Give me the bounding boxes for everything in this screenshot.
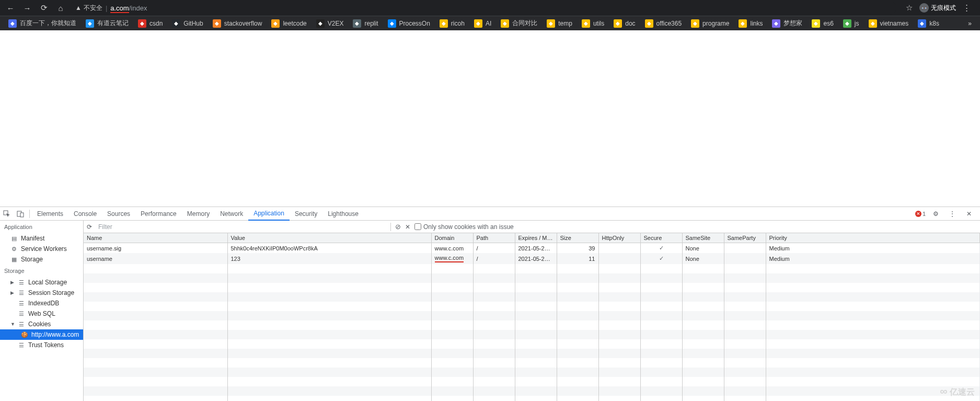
column-header[interactable]: Domain (431, 233, 473, 243)
cookie-origin[interactable]: 🍪http://www.a.com (0, 329, 83, 340)
device-icon[interactable] (14, 207, 27, 221)
bookmark-item[interactable]: ◆百度一下，你就知道 (4, 17, 80, 30)
error-count[interactable]: ✕ 1 (915, 211, 926, 217)
security-indicator[interactable]: ▲ 不安全 (75, 4, 102, 13)
bookmark-item[interactable]: ◆es6 (808, 17, 837, 30)
sidebar-item-storage[interactable]: ▦Storage (0, 254, 83, 265)
column-header[interactable]: Secure (640, 233, 682, 243)
home-button[interactable]: ⌂ (53, 1, 68, 15)
bookmark-item[interactable]: ◆k8s (914, 17, 943, 30)
column-header[interactable]: Expires / Max-... (515, 233, 557, 243)
empty-row (84, 320, 980, 330)
devtools-menu-icon[interactable]: ⋮ (946, 207, 959, 221)
bookmark-item[interactable]: ◆有道云笔记 (82, 17, 133, 30)
reload-button[interactable]: ⟳ (37, 1, 51, 15)
close-devtools-icon[interactable]: ✕ (962, 207, 976, 221)
devtools-tab-sources[interactable]: Sources (102, 207, 135, 221)
star-icon[interactable]: ☆ (902, 1, 916, 15)
bookmark-label: links (750, 20, 763, 27)
storage-icon: ☰ (18, 279, 25, 286)
column-header[interactable]: Size (557, 233, 598, 243)
devtools-tab-performance[interactable]: Performance (135, 207, 182, 221)
bookmark-label: temp (558, 20, 572, 27)
bookmark-item[interactable]: ◆doc (609, 17, 639, 30)
sidebar-item-icon: ▦ (10, 256, 18, 263)
bookmark-item[interactable]: ◆AI (470, 17, 495, 30)
bookmark-item[interactable]: ◆programe (687, 17, 733, 30)
storage-icon: ☰ (18, 300, 25, 307)
bookmark-item[interactable]: ◆js (839, 17, 863, 30)
forward-button[interactable]: → (20, 1, 34, 15)
bookmark-item[interactable]: ◆梦想家 (768, 17, 806, 30)
bookmark-item[interactable]: ◆replit (349, 17, 382, 30)
bookmark-item[interactable]: ◆GitHub (168, 17, 207, 30)
bookmark-icon: ◆ (918, 19, 926, 28)
sidebar-item-trust-tokens[interactable]: ☰Trust Tokens (0, 340, 83, 350)
bookmark-item[interactable]: ◆ProcessOn (384, 17, 434, 30)
bookmark-label: 梦想家 (783, 19, 802, 28)
inspect-icon[interactable] (0, 207, 14, 221)
bookmark-item[interactable]: ◆csdn (134, 17, 167, 30)
sidebar-item-cookies[interactable]: ▼☰Cookies (0, 319, 83, 329)
devtools-tab-security[interactable]: Security (290, 207, 322, 221)
column-header[interactable]: Name (84, 233, 227, 243)
column-header[interactable]: HttpOnly (598, 233, 640, 243)
bookmark-item[interactable]: ◆vietnames (864, 17, 913, 30)
bookmark-item[interactable]: ◆leetcode (267, 17, 310, 30)
bookmark-label: 合同对比 (512, 19, 537, 28)
filter-toolbar: ⟳ ⊘ ✕ Only show cookies with an issue (84, 221, 980, 233)
column-header[interactable]: Path (473, 233, 515, 243)
svg-rect-2 (20, 213, 24, 217)
bookmark-label: V2EX (328, 20, 344, 27)
sidebar-item-indexeddb[interactable]: ☰IndexedDB (0, 298, 83, 308)
bookmark-label: leetcode (283, 20, 306, 27)
refresh-icon[interactable]: ⟳ (87, 223, 92, 231)
table-row[interactable]: username123www.c.com/2021-05-20T0...11✓N… (84, 253, 980, 264)
devtools-tab-elements[interactable]: Elements (32, 207, 68, 221)
menu-icon[interactable]: ⋮ (959, 1, 974, 15)
bookmark-item[interactable]: ◆ricoh (435, 17, 469, 30)
empty-row (84, 396, 980, 401)
only-issues-checkbox[interactable]: Only show cookies with an issue (414, 223, 514, 231)
bookmark-item[interactable]: ◆office365 (641, 17, 686, 30)
bookmark-item[interactable]: ◆temp (543, 17, 577, 30)
empty-row (84, 377, 980, 386)
column-header[interactable]: Priority (766, 233, 980, 243)
devtools-tab-lighthouse[interactable]: Lighthouse (322, 207, 364, 221)
clear-icon[interactable]: ⊘ (395, 223, 401, 231)
bookmark-label: office365 (656, 20, 682, 27)
devtools-tab-console[interactable]: Console (68, 207, 102, 221)
sidebar-item-manifest[interactable]: ▤Manifest (0, 233, 83, 244)
table-row[interactable]: username.sig5hhk0c4reNXKiIP0M0ooWPcr8kAw… (84, 243, 980, 254)
bookmark-icon: ◆ (353, 19, 361, 28)
storage-icon: ☰ (18, 341, 25, 349)
bookmarks-overflow[interactable]: » (964, 17, 976, 30)
settings-icon[interactable]: ⚙ (929, 207, 942, 221)
empty-row (84, 311, 980, 320)
back-button[interactable]: ← (3, 1, 18, 15)
bookmark-label: 有道云笔记 (97, 19, 129, 28)
sidebar-item-local-storage[interactable]: ▶☰Local Storage (0, 277, 83, 288)
bookmark-item[interactable]: ◆utils (578, 17, 608, 30)
address-bar[interactable]: ▲ 不安全 | a.com/index (70, 1, 896, 15)
bookmark-item[interactable]: ◆合同对比 (497, 17, 541, 30)
devtools-tab-memory[interactable]: Memory (182, 207, 215, 221)
empty-row (84, 386, 980, 396)
sidebar-item-web-sql[interactable]: ☰Web SQL (0, 308, 83, 319)
bookmark-item[interactable]: ◆links (734, 17, 767, 30)
filter-input[interactable] (96, 222, 386, 232)
sidebar-item-service-workers[interactable]: ⚙Service Workers (0, 244, 83, 254)
bookmark-item[interactable]: ◆stackoverflow (209, 17, 267, 30)
bookmark-label: doc (625, 20, 635, 27)
bookmark-label: utils (593, 20, 604, 27)
sidebar-item-session-storage[interactable]: ▶☰Session Storage (0, 288, 83, 298)
devtools-tab-network[interactable]: Network (215, 207, 248, 221)
column-header[interactable]: SameParty (724, 233, 766, 243)
cookies-table[interactable]: NameValueDomainPathExpires / Max-...Size… (84, 233, 980, 401)
devtools-tab-application[interactable]: Application (248, 207, 290, 221)
bookmark-item[interactable]: ◆V2EX (312, 17, 348, 30)
delete-icon[interactable]: ✕ (405, 223, 410, 231)
column-header[interactable]: SameSite (682, 233, 724, 243)
bookmark-icon: ◆ (843, 19, 851, 28)
column-header[interactable]: Value (227, 233, 431, 243)
